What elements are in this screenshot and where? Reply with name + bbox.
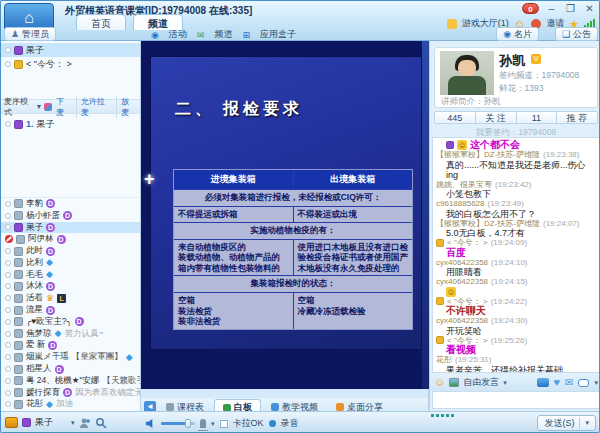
vip-badge: D bbox=[46, 282, 55, 291]
activity-icon[interactable]: ◉ bbox=[151, 30, 159, 40]
user-item[interactable]: < "今兮： > bbox=[1, 57, 140, 71]
member-icon bbox=[14, 353, 23, 362]
member-name: 果子 bbox=[26, 222, 43, 234]
user-item[interactable]: 比利◆ bbox=[1, 257, 140, 269]
chat-text-content: 果老辛苦，还得给补报关基础。 bbox=[446, 365, 572, 374]
followers-count[interactable]: 445 bbox=[435, 112, 475, 123]
chat-text: 果老辛苦，还得给补报关基础。 bbox=[436, 365, 597, 374]
send-button[interactable]: 发送(S) ▾ bbox=[537, 415, 596, 431]
follow-button[interactable]: 关 注 bbox=[475, 112, 516, 123]
volume-knob[interactable] bbox=[185, 419, 191, 428]
karaoke-checkbox[interactable] bbox=[220, 420, 228, 428]
chevron-down-icon[interactable]: ▾ bbox=[594, 379, 598, 387]
appbox-icon[interactable]: ⊞ bbox=[242, 30, 250, 40]
header: ⌂ 外贸根英语音课堂[ID:19794008 在线:335] 0 – ❐ ✕ 首… bbox=[1, 1, 600, 41]
chat-text: 用眼睛看 bbox=[436, 267, 597, 277]
search-icon[interactable] bbox=[95, 417, 107, 429]
volume-slider[interactable] bbox=[161, 422, 195, 425]
member-name: 粤 24、桃機★"安娜 bbox=[26, 375, 99, 387]
channel-icon[interactable]: ✉ bbox=[197, 30, 205, 40]
activity-label[interactable]: 活动 bbox=[169, 28, 187, 41]
member-name: 焦梦琼 bbox=[26, 328, 52, 340]
maximize-button[interactable]: ❐ bbox=[564, 3, 577, 14]
resize-handle[interactable] bbox=[431, 414, 454, 417]
heart-icon[interactable]: ♥ bbox=[554, 377, 561, 388]
vip-badge: D bbox=[46, 199, 55, 208]
vip-badge: D bbox=[46, 223, 55, 232]
chevron-down-icon[interactable]: ▾ bbox=[503, 379, 507, 387]
radio-icon bbox=[5, 121, 11, 127]
user-item[interactable]: 花彤◆加油 bbox=[1, 399, 140, 410]
speak-mode[interactable]: 自由发言 bbox=[463, 376, 499, 389]
user-item[interactable]: 1.果子 bbox=[1, 117, 140, 131]
user-item[interactable]: 阿伊林D bbox=[1, 233, 140, 245]
table-cell-line: 不得装运或出境 bbox=[298, 209, 409, 220]
user-item[interactable]: 焦梦琼◆努力认真~ bbox=[1, 328, 140, 340]
member-icon bbox=[14, 258, 23, 267]
chat-bubble-icon[interactable] bbox=[578, 379, 589, 387]
user-item[interactable]: 媛行探育D因为表喜欢确定无祭 bbox=[1, 387, 140, 399]
vip-badge: D bbox=[48, 341, 57, 350]
mail-icon[interactable]: ✉ bbox=[565, 377, 573, 388]
user-item[interactable]: 果子D bbox=[1, 222, 140, 234]
chat-nick: 【猴猴軍校】DZ-扶苏-萨维隆 bbox=[436, 219, 540, 229]
appbox-label[interactable]: 应用盒子 bbox=[260, 28, 296, 41]
close-button[interactable]: ✕ bbox=[583, 3, 596, 14]
chevron-down-icon[interactable]: ▾ bbox=[211, 420, 215, 428]
chevron-down-icon[interactable]: ▼ bbox=[36, 103, 43, 110]
radio-icon bbox=[5, 390, 11, 396]
speaker-icon[interactable] bbox=[145, 418, 156, 429]
user-item[interactable]: 杨小虾蛋D bbox=[1, 210, 140, 222]
user-item[interactable]: 果子 bbox=[1, 43, 140, 57]
minimize-button[interactable]: – bbox=[545, 3, 558, 14]
radio-icon bbox=[5, 260, 11, 266]
user-item[interactable]: 沐沐D bbox=[1, 281, 140, 293]
chat-input[interactable] bbox=[432, 391, 600, 409]
user-item[interactable]: 烟嵐メ千瑶【皇家軍團】◆ bbox=[1, 351, 140, 363]
card-button[interactable]: ◉ 名片 bbox=[496, 27, 539, 41]
user-item[interactable]: 稻星人D bbox=[1, 363, 140, 375]
mic-link[interactable]: 允许拉麦 bbox=[76, 96, 112, 118]
chat-text: 5.0无白板，4.7才有 bbox=[436, 228, 597, 238]
emoticon-icon[interactable]: ☺ bbox=[434, 377, 445, 388]
vip-badge: D bbox=[75, 317, 84, 326]
add-user-icon[interactable] bbox=[79, 417, 91, 429]
my-nickname[interactable]: 果子 bbox=[35, 416, 53, 429]
member-note: 因为表喜欢确定无祭 bbox=[75, 387, 140, 399]
chat-nick: cyx406422358 bbox=[436, 277, 488, 287]
notice-button[interactable]: ❑ 公告 bbox=[555, 27, 598, 41]
user-item[interactable]: 活着♛L bbox=[1, 292, 140, 304]
user-item[interactable]: 粤 24、桃機★"安娜【天籁歌手】 bbox=[1, 375, 140, 387]
person-icon: ♟ bbox=[11, 29, 19, 39]
my-status: 果子 ▾ bbox=[5, 416, 107, 429]
mic-link[interactable]: 下麦 bbox=[52, 96, 72, 118]
sparkle-decoration: + bbox=[144, 169, 155, 190]
user-item[interactable]: 此时D bbox=[1, 245, 140, 257]
image-icon[interactable] bbox=[449, 378, 459, 387]
chevron-down-icon[interactable]: ▾ bbox=[71, 419, 75, 427]
user-item[interactable]: ╭♥欧宝主?╮D bbox=[1, 316, 140, 328]
chat-text-content: 5.0无白板，4.7才有 bbox=[446, 228, 525, 238]
chat-text-content: 开玩笑哈 bbox=[446, 326, 482, 336]
rank-count[interactable]: 11 bbox=[516, 112, 557, 123]
mic-mode-label[interactable]: 麦序模式 bbox=[4, 96, 36, 118]
microphone-icon[interactable] bbox=[200, 419, 206, 428]
member-list: 李豹D杨小虾蛋D果子D阿伊林D此时D比利◆毛毛◆沐沐D活着♛L流星D╭♥欧宝主?… bbox=[1, 197, 140, 410]
recommend-button[interactable]: 推 荐 bbox=[556, 112, 597, 123]
user-item[interactable]: 李豹D bbox=[1, 198, 140, 210]
member-name: 活着 bbox=[26, 292, 43, 304]
user-item[interactable]: 毛毛◆ bbox=[1, 269, 140, 281]
admin-button[interactable]: ♟ 管理员 bbox=[4, 27, 56, 41]
member-name: 比利 bbox=[26, 257, 43, 269]
video-icon[interactable] bbox=[537, 378, 549, 387]
user-item[interactable]: 流星D bbox=[1, 304, 140, 316]
teacher-flowers: 鲜花：1393 bbox=[499, 83, 543, 95]
briefcase-icon[interactable] bbox=[5, 417, 18, 428]
channel-label[interactable]: 频道 bbox=[214, 28, 232, 41]
radio-icon bbox=[5, 354, 11, 360]
record-icon[interactable] bbox=[269, 420, 276, 427]
user-item[interactable]: 爱 新D bbox=[1, 340, 140, 352]
tray-button[interactable]: 0 bbox=[522, 3, 539, 14]
table-row: 实施动植物检疫的有： bbox=[174, 222, 412, 239]
mic-link[interactable]: 放麦 bbox=[116, 96, 137, 118]
